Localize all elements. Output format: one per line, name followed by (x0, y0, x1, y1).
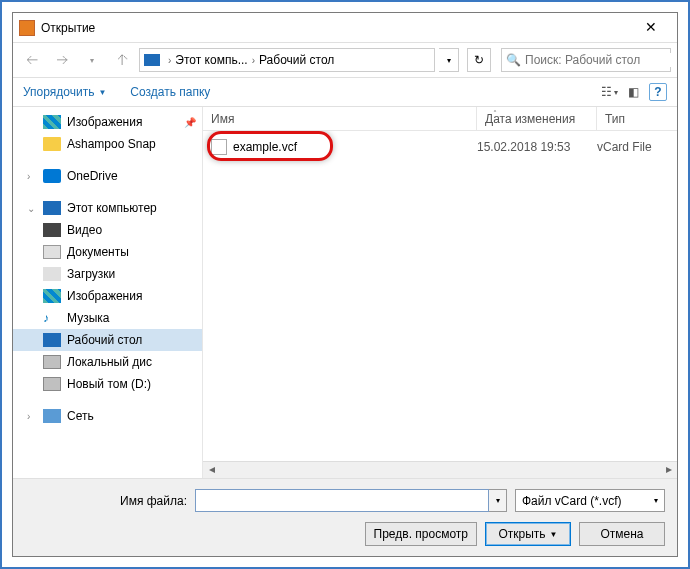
open-file-dialog: Открытие ✕ 🡠 🡢 ▾ 🡡 › Этот компь... › Раб… (12, 12, 678, 557)
column-type[interactable]: Тип (597, 107, 677, 130)
tree-item-local-disk[interactable]: Локальный дис (13, 351, 202, 373)
column-name[interactable]: Имя (203, 107, 477, 130)
breadcrumb-dropdown[interactable]: ▾ (439, 48, 459, 72)
pc-icon (43, 201, 61, 215)
view-options[interactable]: ☷▾ (601, 85, 618, 99)
tree-item-music[interactable]: ♪Музыка (13, 307, 202, 329)
open-button[interactable]: Открыть▼ (485, 522, 571, 546)
downloads-icon (43, 267, 61, 281)
music-icon: ♪ (43, 311, 61, 325)
tree-item-new-volume[interactable]: Новый том (D:) (13, 373, 202, 395)
tree-item-documents[interactable]: Документы (13, 241, 202, 263)
titlebar: Открытие ✕ (13, 13, 677, 43)
chevron-down-icon: ▾ (654, 496, 658, 505)
breadcrumb[interactable]: › Этот компь... › Рабочий стол (139, 48, 435, 72)
disk-icon (43, 355, 61, 369)
tree-item-onedrive[interactable]: ›OneDrive (13, 165, 202, 187)
scroll-right-icon[interactable]: ▸ (660, 462, 677, 478)
filename-history-dropdown[interactable]: ▾ (489, 489, 507, 512)
bottom-panel: Имя файла: ▾ Файл vCard (*.vcf)▾ Предв. … (13, 478, 677, 556)
breadcrumb-part[interactable]: Этот компь... (175, 53, 247, 67)
file-row[interactable]: example.vcf 15.02.2018 19:53 vCard File (203, 135, 677, 159)
toolbar: Упорядочить▼ Создать папку ☷▾ ◧ ? (13, 77, 677, 107)
organize-menu[interactable]: Упорядочить▼ (23, 85, 106, 99)
column-headers[interactable]: ˄ Имя Дата изменения Тип (203, 107, 677, 131)
new-folder-button[interactable]: Создать папку (130, 85, 210, 99)
pane-icon: ◧ (628, 85, 639, 99)
breadcrumb-part[interactable]: Рабочий стол (259, 53, 334, 67)
disk-icon (43, 377, 61, 391)
cancel-button[interactable]: Отмена (579, 522, 665, 546)
filetype-filter[interactable]: Файл vCard (*.vcf)▾ (515, 489, 665, 512)
help-button[interactable]: ? (649, 83, 667, 101)
back-button[interactable]: 🡠 (19, 47, 45, 73)
file-list-pane: ˄ Имя Дата изменения Тип example.vcf 15.… (203, 107, 677, 478)
tree-item-downloads[interactable]: Загрузки (13, 263, 202, 285)
navigation-tree: Изображения📌 Ashampoo Snap ›OneDrive ⌄Эт… (13, 107, 203, 478)
folder-icon (43, 137, 61, 151)
desktop-icon (43, 333, 61, 347)
navbar: 🡠 🡢 ▾ 🡡 › Этот компь... › Рабочий стол ▾… (13, 43, 677, 77)
chevron-down-icon: ▼ (550, 530, 558, 539)
search-icon: 🔍 (506, 53, 521, 67)
filename-label: Имя файла: (25, 494, 195, 508)
tree-item-video[interactable]: Видео (13, 219, 202, 241)
close-button[interactable]: ✕ (631, 14, 671, 42)
forward-button[interactable]: 🡢 (49, 47, 75, 73)
recent-dropdown[interactable]: ▾ (79, 47, 105, 73)
refresh-button[interactable]: ↻ (467, 48, 491, 72)
preview-pane-toggle[interactable]: ◧ (628, 85, 639, 99)
search-box[interactable]: 🔍 (501, 48, 671, 72)
filename-input[interactable] (195, 489, 489, 512)
tree-item-ashampoo[interactable]: Ashampoo Snap (13, 133, 202, 155)
file-type: vCard File (597, 140, 677, 154)
scroll-left-icon[interactable]: ◂ (203, 462, 220, 478)
file-name: example.vcf (233, 140, 477, 154)
file-date: 15.02.2018 19:53 (477, 140, 597, 154)
horizontal-scrollbar[interactable]: ◂ ▸ (203, 461, 677, 478)
network-icon (43, 409, 61, 423)
pictures-icon (43, 289, 61, 303)
sort-indicator: ˄ (493, 109, 497, 118)
view-icon: ☷ (601, 85, 612, 99)
pc-icon (144, 54, 160, 66)
up-button[interactable]: 🡡 (109, 47, 135, 73)
pictures-icon (43, 115, 61, 129)
documents-icon (43, 245, 61, 259)
pin-icon: 📌 (184, 117, 196, 128)
tree-item-this-pc[interactable]: ⌄Этот компьютер (13, 197, 202, 219)
file-icon (211, 139, 227, 155)
window-title: Открытие (41, 21, 631, 35)
app-icon (19, 20, 35, 36)
tree-item-pictures2[interactable]: Изображения (13, 285, 202, 307)
search-input[interactable] (525, 53, 675, 67)
tree-item-network[interactable]: ›Сеть (13, 405, 202, 427)
preview-button[interactable]: Предв. просмотр (365, 522, 477, 546)
video-icon (43, 223, 61, 237)
onedrive-icon (43, 169, 61, 183)
tree-item-desktop[interactable]: Рабочий стол (13, 329, 202, 351)
tree-item-pictures[interactable]: Изображения📌 (13, 111, 202, 133)
